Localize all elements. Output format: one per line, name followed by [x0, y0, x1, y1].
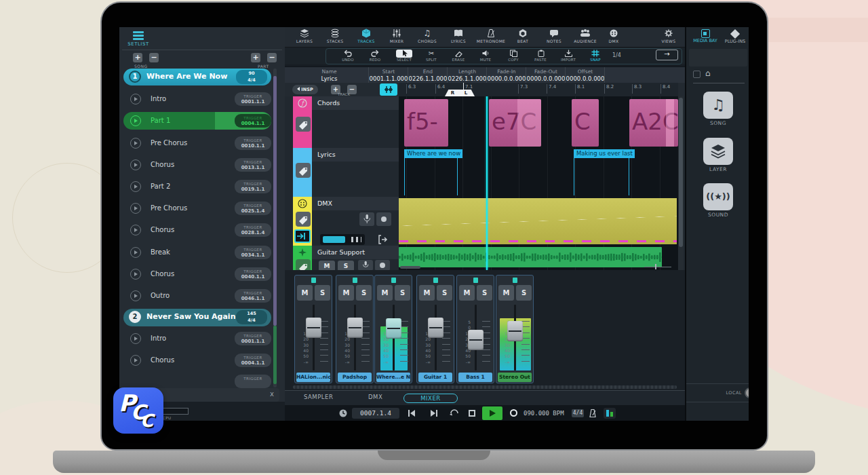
menu-icon[interactable] — [133, 31, 144, 40]
solo-button[interactable]: S — [437, 285, 452, 301]
tab-mixer-active[interactable]: MIXER — [403, 394, 458, 403]
solo-button[interactable]: S — [338, 261, 354, 270]
track-name-dmx[interactable]: DMX — [317, 200, 332, 207]
field-fade-in[interactable]: Fade-In0000.0.0.000 — [486, 67, 526, 83]
close-icon[interactable]: x — [270, 390, 274, 398]
channel-name[interactable]: Where...e Now — [376, 373, 410, 382]
mute-tool-button[interactable]: MUTE — [472, 50, 499, 62]
mixer-channel-5[interactable]: M S 501020304050-∞ Bass 1 — [456, 275, 494, 383]
play-part-icon[interactable] — [130, 115, 141, 126]
fader-handle[interactable] — [347, 318, 363, 338]
setlist-scrollbar[interactable] — [273, 69, 277, 387]
tag-icon[interactable] — [296, 259, 311, 270]
tab-dmx-lower[interactable]: DMX — [368, 394, 382, 400]
setlist-part-chorus-s2[interactable]: Chorus TRIGGER0004.1.1 — [123, 352, 271, 369]
go-to-start-button[interactable] — [407, 408, 416, 418]
mixer-channel-4[interactable]: M S 501020304050-∞ Guitar 1 — [416, 275, 454, 383]
ruler-ticks[interactable]: 6.3 6.4 7.1 7.3 7.4 8.1 8.2 8.3 8.4 — [399, 83, 678, 96]
chord-event[interactable]: A2C — [629, 99, 678, 147]
mute-button[interactable]: M — [338, 285, 354, 301]
audio-event[interactable] — [399, 247, 662, 267]
setlist-part-part2[interactable]: Part 2 TRIGGER0019.1.1 — [123, 178, 271, 195]
setlist-part-chorus[interactable]: Chorus TRIGGER0013.1.1 — [123, 156, 271, 174]
record-enable-button[interactable] — [375, 260, 390, 270]
undo-button[interactable]: UNDO — [334, 50, 361, 62]
tab-beat[interactable]: BEAT — [505, 28, 540, 43]
media-layer-button[interactable] — [703, 138, 733, 165]
tab-plug-ins[interactable]: PLUG-INS — [719, 29, 749, 44]
channel-name[interactable]: Guitar 1 — [418, 373, 452, 382]
zoom-handle[interactable] — [655, 264, 656, 269]
lyric-event[interactable]: Where are we now — [404, 149, 458, 195]
tempo-display[interactable]: 090.000 BPM — [524, 410, 564, 417]
mixer-scrollbar[interactable] — [293, 385, 677, 389]
add-part-button[interactable]: + — [251, 53, 260, 62]
play-part-icon[interactable] — [130, 138, 141, 149]
copy-button[interactable]: COPY — [500, 50, 527, 62]
field-name[interactable]: NameLyrics — [294, 67, 365, 83]
tab-lyrics[interactable]: LYRICS — [441, 28, 476, 43]
mute-button[interactable]: M — [377, 285, 393, 301]
track-tool-button[interactable] — [380, 83, 397, 96]
setlist-part-prechorus-2[interactable]: Pre Chorus TRIGGER0025.1.4 — [123, 200, 271, 217]
mixer-channel-1[interactable]: M S 501020304050-∞ HALion...nic SE — [294, 275, 332, 383]
fader-handle[interactable] — [507, 321, 523, 341]
time-signature[interactable]: 4/4 — [572, 409, 584, 417]
tag-icon[interactable] — [296, 163, 311, 178]
play-part-icon[interactable] — [130, 333, 141, 344]
mixer-channel-stereo-out[interactable]: M S 501020304050-∞ Stereo Out — [496, 275, 534, 383]
play-part-icon[interactable] — [130, 290, 141, 301]
setlist-song-2[interactable]: 2 Never Saw You Again 1454/4 — [123, 309, 271, 326]
tab-chords[interactable]: ♫ CHORDS — [410, 28, 445, 43]
automation-icon[interactable]: ƒ — [298, 98, 307, 108]
tag-icon[interactable] — [296, 117, 311, 132]
mute-button[interactable]: M — [297, 285, 313, 301]
channel-name[interactable]: Bass 1 — [458, 373, 492, 382]
snap-toggle-active[interactable]: SNAP — [582, 50, 609, 62]
setlist-part-break[interactable]: Break TRIGGER0034.1.1 — [123, 244, 271, 261]
mute-button[interactable]: M — [459, 285, 475, 301]
vertical-scrollbar[interactable] — [678, 96, 684, 270]
scrollbar-thumb[interactable] — [400, 266, 420, 269]
dmx-event[interactable] — [399, 198, 677, 244]
track-name-chords[interactable]: Chords — [317, 99, 340, 107]
erase-tool-button[interactable]: ERASE — [445, 50, 472, 62]
chord-event[interactable]: C — [572, 99, 599, 147]
mixer-channel-3[interactable]: M S 501020304050-∞ Where...e Now — [374, 275, 412, 383]
channel-name[interactable]: Padshop — [338, 373, 372, 382]
record-enable-button[interactable] — [376, 212, 391, 226]
horizontal-scrollbar[interactable] — [400, 266, 677, 269]
go-to-end-button[interactable] — [429, 408, 439, 418]
mute-button[interactable]: M — [498, 285, 514, 301]
redo-button[interactable]: REDO — [361, 50, 389, 62]
setlist-part-intro[interactable]: Intro TRIGGER0001.1.1 — [123, 90, 271, 108]
media-song-button[interactable]: ♫ — [703, 92, 733, 119]
tab-media-bay-active[interactable]: MEDIA BAY — [690, 29, 721, 43]
field-end[interactable]: End0226.1.1.000 — [408, 67, 448, 83]
field-fade-out[interactable]: Fade-Out0000.0.0.000 — [526, 67, 566, 83]
tab-views[interactable]: VIEWS — [651, 28, 686, 43]
record-button[interactable] — [510, 409, 517, 417]
solo-button[interactable]: S — [516, 285, 532, 301]
metronome-toggle[interactable] — [588, 408, 597, 418]
snap-value[interactable]: 1/4 — [612, 52, 621, 58]
filter-checkbox[interactable] — [693, 71, 701, 78]
tab-notes[interactable]: NOTES — [536, 28, 572, 43]
paste-button[interactable]: PASTE — [527, 50, 554, 62]
setlist-part-prechorus[interactable]: Pre Chorus TRIGGER0010.1.1 — [123, 134, 271, 152]
play-part-icon[interactable] — [130, 269, 141, 280]
add-song-button[interactable]: + — [133, 53, 142, 62]
tab-stacks[interactable]: STACKS — [317, 28, 353, 43]
dmx-pattern-icon[interactable] — [349, 235, 363, 244]
solo-button[interactable]: S — [315, 285, 330, 301]
inspector-toggle[interactable]: INSP — [292, 85, 318, 94]
dmx-level-meter[interactable] — [323, 236, 345, 243]
track-name-lyrics[interactable]: Lyrics — [317, 151, 336, 158]
lyric-event[interactable]: Making us ever last — [574, 149, 629, 195]
play-part-icon[interactable] — [130, 94, 141, 104]
chord-event[interactable]: e7C — [489, 99, 541, 147]
output-meter-icon[interactable] — [604, 408, 616, 419]
field-start[interactable]: Start0001.1.1.000 — [368, 67, 408, 83]
track-name-guitar[interactable]: Guitar Support — [317, 248, 365, 256]
scrollbar-thumb-green[interactable] — [273, 326, 277, 384]
